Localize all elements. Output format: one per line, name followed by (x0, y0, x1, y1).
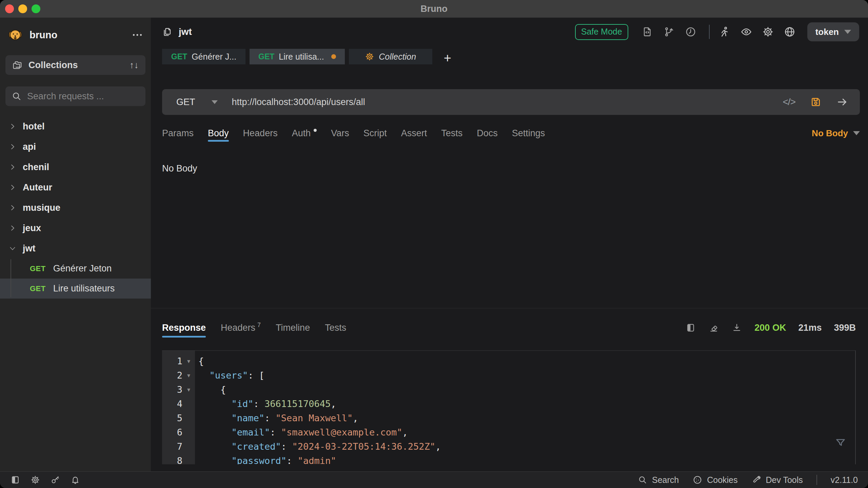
collection-tree: hotelapichenilAuteurmusiquejeuxjwtGETGén… (0, 116, 151, 471)
tab-g-n-rer-j[interactable]: GETGénérer J... (162, 49, 245, 64)
statusbar-devtools[interactable]: Dev Tools (751, 475, 803, 485)
line-number: 6 (162, 425, 182, 440)
settings-gear-icon[interactable] (762, 26, 774, 38)
response-editor[interactable]: 1▾{2▾ "users": [3▾ {4 "id": 366115170645… (162, 350, 856, 464)
search-label: Search (652, 475, 679, 485)
request-tab-body[interactable]: Body (208, 125, 229, 142)
globe-proxy-icon[interactable] (784, 26, 796, 38)
request-tab-assert[interactable]: Assert (401, 125, 427, 142)
response-tab-headers[interactable]: Headers7 (221, 308, 261, 347)
url-input[interactable]: http://localhost:3000/api/users/all (232, 97, 365, 107)
request-tab-settings[interactable]: Settings (512, 125, 545, 142)
request-body-panel: No Body (151, 142, 868, 308)
runner-icon[interactable] (718, 26, 731, 38)
response-duration: 21ms (798, 323, 822, 333)
toggle-sidebar-button[interactable] (10, 475, 20, 485)
statusbar-cookies[interactable]: Cookies (692, 475, 737, 485)
tab-lire-utilisa[interactable]: GETLire utilisa... (250, 49, 345, 64)
preferences-gear-icon[interactable] (30, 475, 40, 485)
safe-mode-badge[interactable]: Safe Mode (575, 24, 628, 40)
response-tab-label: Response (162, 323, 206, 333)
request-tab-script[interactable]: Script (363, 125, 387, 142)
save-request-button[interactable] (810, 96, 822, 108)
collection-chenil[interactable]: chenil (0, 157, 151, 177)
collection-musique[interactable]: musique (0, 198, 151, 218)
code-line: 8 "password": "admin" (162, 454, 855, 464)
fold-spacer (182, 411, 195, 425)
collection-auteur[interactable]: Auteur (0, 177, 151, 198)
generate-code-button[interactable]: </> (783, 97, 795, 107)
code-content: "name": "Sean Maxwell", (195, 411, 358, 425)
response-tab-timeline[interactable]: Timeline (276, 308, 310, 347)
collection-hotel[interactable]: hotel (0, 116, 151, 137)
clear-response-button[interactable] (708, 322, 719, 333)
collection-settings-file-icon[interactable] (641, 26, 653, 38)
line-number: 3 (162, 383, 182, 397)
request-item-lire-utilisateurs[interactable]: GETLire utilisateurs (0, 279, 151, 299)
body-mode-select[interactable]: No Body (812, 125, 860, 142)
token-punc: , (331, 399, 336, 409)
filter-response-button[interactable] (835, 437, 846, 449)
fold-arrow-icon[interactable]: ▾ (182, 354, 195, 368)
response-tab-tests[interactable]: Tests (325, 308, 346, 347)
bruno-logo-icon (8, 27, 23, 42)
tab-collection[interactable]: Collection (349, 49, 432, 64)
request-tab-docs[interactable]: Docs (477, 125, 498, 142)
token-ws (198, 455, 232, 464)
code-line: 6 "email": "smaxwell@example.com", (162, 425, 855, 440)
token-punc: : (254, 399, 265, 409)
new-tab-button[interactable]: + (444, 50, 451, 66)
request-tab-params[interactable]: Params (162, 125, 194, 142)
version-control-icon[interactable] (663, 26, 675, 38)
request-tab-tests[interactable]: Tests (441, 125, 462, 142)
sidebar-menu-button[interactable] (131, 29, 143, 41)
request-tab-auth[interactable]: Auth (292, 125, 317, 142)
code-line: 4 "id": 366115170645, (162, 397, 855, 411)
collection-jeux[interactable]: jeux (0, 218, 151, 238)
statusbar-left (10, 475, 80, 485)
tab-label: Lire utilisa... (279, 52, 324, 62)
token-punc: : (270, 427, 281, 438)
search-requests-box[interactable] (5, 86, 145, 106)
eye-preview-icon[interactable] (740, 26, 752, 38)
close-window-button[interactable] (5, 4, 14, 13)
chevron-right-icon (8, 224, 17, 232)
secrets-key-icon[interactable] (50, 475, 60, 485)
request-label: Lire utilisateurs (53, 283, 115, 294)
sort-collections-button[interactable]: ↑↓ (130, 60, 139, 70)
line-number: 5 (162, 411, 182, 425)
fold-arrow-icon[interactable]: ▾ (182, 383, 195, 397)
minimize-window-button[interactable] (18, 4, 27, 13)
app-version: v2.11.0 (831, 475, 858, 485)
line-number: 4 (162, 397, 182, 411)
collection-label: hotel (23, 121, 45, 132)
request-item-g-n-rer-jeton[interactable]: GETGénérer Jeton (0, 259, 151, 279)
statusbar-search[interactable]: Search (637, 475, 679, 485)
notifications-bell-icon[interactable] (70, 475, 80, 485)
fold-arrow-icon[interactable]: ▾ (182, 368, 195, 383)
main-pane: jwt Safe Mode (151, 18, 868, 471)
response-tab-response[interactable]: Response (162, 308, 206, 347)
collections-header[interactable]: Collections ↑↓ (5, 55, 145, 75)
environment-selector[interactable]: token (807, 22, 859, 41)
request-tab-headers[interactable]: Headers (243, 125, 278, 142)
token-ws (198, 399, 232, 409)
history-clock-icon[interactable] (685, 26, 697, 38)
response-meta: 200 OK 21ms 399B (685, 322, 856, 333)
request-tab-label: Auth (292, 128, 311, 139)
traffic-lights (5, 0, 40, 18)
bruno-window: Bruno bruno (0, 0, 868, 488)
request-tab-vars[interactable]: Vars (331, 125, 349, 142)
cookies-label: Cookies (707, 475, 737, 485)
toggle-response-pane-button[interactable] (685, 322, 696, 333)
chevron-right-icon (8, 163, 17, 171)
line-number: 2 (162, 368, 182, 383)
collection-jwt[interactable]: jwt (0, 238, 151, 259)
send-request-button[interactable] (836, 96, 848, 108)
method-select[interactable]: GET (162, 97, 218, 107)
zoom-window-button[interactable] (32, 4, 40, 13)
devtools-label: Dev Tools (766, 475, 803, 485)
collection-api[interactable]: api (0, 137, 151, 157)
search-requests-input[interactable] (26, 91, 148, 102)
download-response-button[interactable] (731, 322, 742, 333)
